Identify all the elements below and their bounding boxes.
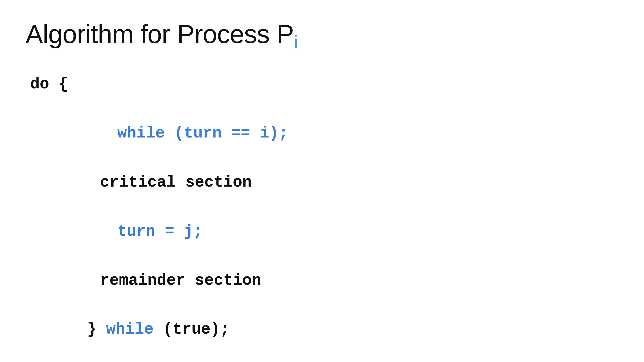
- code-line-2: while (turn == i);: [30, 97, 618, 170]
- code-line-6: } while (true);: [30, 293, 618, 362]
- code-while-2: while: [106, 320, 154, 338]
- slide-title: Algorithm for Process Pi: [26, 19, 618, 53]
- title-main: Algorithm for Process P: [26, 20, 294, 49]
- code-line-3: critical section: [30, 170, 618, 194]
- code-closing-brace: }: [87, 320, 106, 338]
- code-line-4-rest: = j;: [155, 222, 203, 240]
- code-line-6-rest: (true);: [154, 320, 230, 338]
- code-while-1: while: [118, 124, 165, 142]
- slide: Algorithm for Process Pi do { while (tur…: [0, 0, 644, 362]
- title-subscript: i: [294, 32, 298, 52]
- code-line-4: turn = j;: [30, 194, 618, 268]
- code-block: do { while (turn == i); critical section…: [30, 72, 618, 362]
- code-turn: turn: [118, 222, 155, 240]
- code-line-5: remainder section: [30, 268, 618, 293]
- code-line-2-rest: (turn == i);: [165, 124, 288, 142]
- code-line-1: do {: [30, 72, 618, 96]
